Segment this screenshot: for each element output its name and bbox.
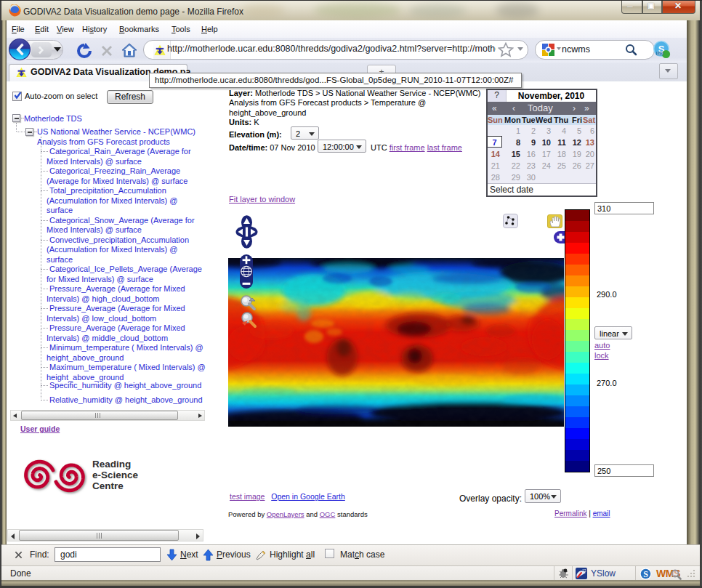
svg-text:123: 123	[656, 51, 663, 55]
svg-text:S: S	[643, 569, 648, 579]
svg-text:12: 12	[582, 568, 586, 573]
